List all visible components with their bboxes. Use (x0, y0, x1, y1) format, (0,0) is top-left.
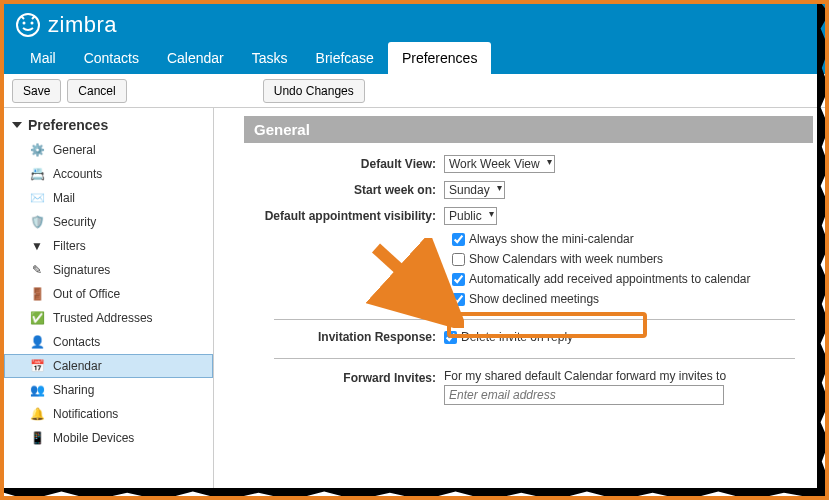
cancel-button[interactable]: Cancel (67, 79, 126, 103)
sharing-icon: 👥 (29, 382, 45, 398)
app-header: zimbra Mail Contacts Calendar Tasks Brie… (4, 4, 825, 74)
sidebar-item-outofoffice[interactable]: 🚪Out of Office (4, 282, 213, 306)
sidebar-item-label: General (53, 143, 96, 157)
preferences-sidebar: Preferences ⚙️General 📇Accounts ✉️Mail 🛡… (4, 108, 214, 496)
sidebar-item-trusted[interactable]: ✅Trusted Addresses (4, 306, 213, 330)
contacts-icon: 👤 (29, 334, 45, 350)
forward-invites-label: Forward Invites: (244, 369, 444, 385)
filter-icon: ▼ (29, 238, 45, 254)
sidebar-toggle[interactable]: Preferences (4, 114, 213, 136)
sidebar-item-sharing[interactable]: 👥Sharing (4, 378, 213, 402)
invitation-response-label: Invitation Response: (244, 330, 444, 344)
auto-add-label: Automatically add received appointments … (469, 272, 751, 286)
signature-icon: ✎ (29, 262, 45, 278)
gear-icon: ⚙️ (29, 142, 45, 158)
show-declined-checkbox[interactable] (452, 293, 465, 306)
mobile-icon: 📱 (29, 430, 45, 446)
start-week-select[interactable]: Sunday (444, 181, 505, 199)
svg-point-1 (23, 22, 26, 25)
tab-mail[interactable]: Mail (16, 42, 70, 74)
divider (274, 358, 795, 359)
svg-line-3 (21, 16, 24, 19)
sidebar-item-signatures[interactable]: ✎Signatures (4, 258, 213, 282)
sidebar-item-filters[interactable]: ▼Filters (4, 234, 213, 258)
brand-text: zimbra (48, 12, 117, 38)
tab-tasks[interactable]: Tasks (238, 42, 302, 74)
tab-calendar[interactable]: Calendar (153, 42, 238, 74)
sidebar-item-general[interactable]: ⚙️General (4, 138, 213, 162)
sidebar-item-label: Accounts (53, 167, 102, 181)
sidebar-item-label: Signatures (53, 263, 110, 277)
visibility-select[interactable]: Public (444, 207, 497, 225)
auto-add-checkbox[interactable] (452, 273, 465, 286)
calendar-icon: 📅 (29, 358, 45, 374)
sidebar-item-calendar[interactable]: 📅Calendar (4, 354, 213, 378)
shield-icon: 🛡️ (29, 214, 45, 230)
sidebar-item-mail[interactable]: ✉️Mail (4, 186, 213, 210)
divider (274, 319, 795, 320)
default-view-select[interactable]: Work Week View (444, 155, 555, 173)
delete-invite-checkbox[interactable] (444, 331, 457, 344)
mini-calendar-label: Always show the mini-calendar (469, 232, 634, 246)
sidebar-item-label: Contacts (53, 335, 100, 349)
week-numbers-label: Show Calendars with week numbers (469, 252, 663, 266)
mail-icon: ✉️ (29, 190, 45, 206)
svg-point-2 (31, 22, 34, 25)
brand-logo: zimbra (14, 11, 117, 39)
main-tabs: Mail Contacts Calendar Tasks Briefcase P… (4, 40, 825, 74)
show-declined-label: Show declined meetings (469, 292, 599, 306)
sidebar-item-label: Mobile Devices (53, 431, 134, 445)
tab-briefcase[interactable]: Briefcase (302, 42, 388, 74)
toolbar: Save Cancel Undo Changes (4, 74, 825, 108)
sidebar-title: Preferences (28, 117, 108, 133)
zimbra-icon (14, 11, 42, 39)
delete-invite-label: Delete invite on reply (461, 330, 573, 344)
bell-icon: 🔔 (29, 406, 45, 422)
chevron-down-icon (12, 122, 22, 128)
sidebar-item-security[interactable]: 🛡️Security (4, 210, 213, 234)
start-week-label: Start week on: (244, 183, 444, 197)
section-title: General (244, 116, 813, 143)
sidebar-item-label: Mail (53, 191, 75, 205)
sidebar-item-label: Filters (53, 239, 86, 253)
door-icon: 🚪 (29, 286, 45, 302)
sidebar-item-label: Calendar (53, 359, 102, 373)
svg-point-0 (17, 14, 39, 36)
trusted-icon: ✅ (29, 310, 45, 326)
sidebar-item-mobile[interactable]: 📱Mobile Devices (4, 426, 213, 450)
visibility-label: Default appointment visibility: (244, 209, 444, 223)
sidebar-item-notifications[interactable]: 🔔Notifications (4, 402, 213, 426)
sidebar-item-label: Trusted Addresses (53, 311, 153, 325)
accounts-icon: 📇 (29, 166, 45, 182)
sidebar-item-label: Notifications (53, 407, 118, 421)
sidebar-item-label: Security (53, 215, 96, 229)
forward-invites-text: For my shared default Calendar forward m… (444, 369, 726, 383)
tab-contacts[interactable]: Contacts (70, 42, 153, 74)
save-button[interactable]: Save (12, 79, 61, 103)
mini-calendar-checkbox[interactable] (452, 233, 465, 246)
week-numbers-checkbox[interactable] (452, 253, 465, 266)
undo-button[interactable]: Undo Changes (263, 79, 365, 103)
sidebar-item-label: Out of Office (53, 287, 120, 301)
sidebar-item-contacts[interactable]: 👤Contacts (4, 330, 213, 354)
forward-email-input[interactable] (444, 385, 724, 405)
sidebar-item-label: Sharing (53, 383, 94, 397)
sidebar-item-accounts[interactable]: 📇Accounts (4, 162, 213, 186)
tab-preferences[interactable]: Preferences (388, 42, 491, 74)
default-view-label: Default View: (244, 157, 444, 171)
content-pane: General Default View: Work Week View Sta… (214, 108, 825, 496)
svg-line-4 (32, 16, 35, 19)
